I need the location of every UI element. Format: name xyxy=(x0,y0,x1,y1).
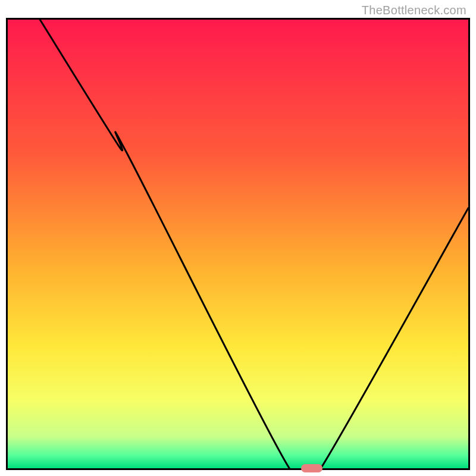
chart-plot-area xyxy=(6,18,470,470)
attribution-text: TheBottleneck.com xyxy=(362,4,466,17)
bottleneck-marker xyxy=(301,464,322,472)
curve-overlay xyxy=(8,20,468,468)
chart-container: TheBottleneck.com xyxy=(0,0,476,476)
